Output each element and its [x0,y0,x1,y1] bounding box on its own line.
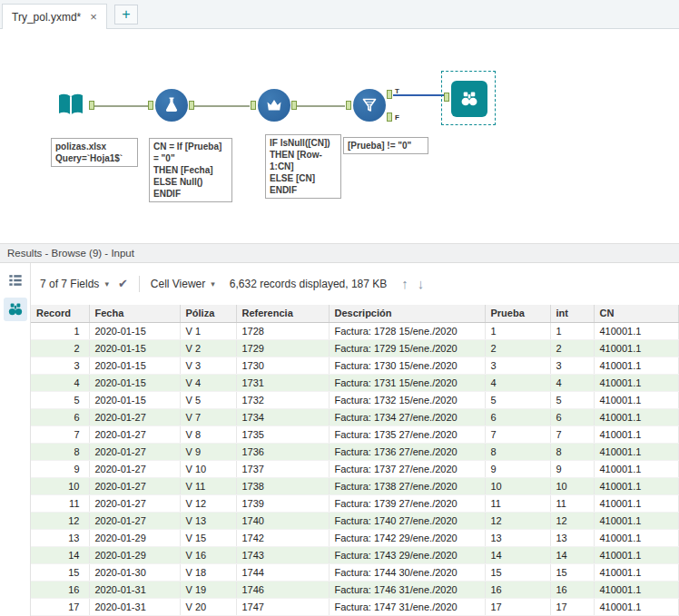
tool-multi-row-formula[interactable] [258,89,290,122]
cell-record[interactable]: 1 [31,323,89,340]
cell-cn[interactable]: 410001.1 [594,426,679,444]
cell-fecha[interactable]: 2020-01-15 [89,375,180,392]
cell-referencia[interactable]: 1736 [236,444,329,461]
cell-cn[interactable]: 410001.1 [594,547,679,564]
wire-filter-browse-selected[interactable] [393,94,444,96]
cell-referencia[interactable]: 1731 [236,375,329,392]
cell-p-liza[interactable]: V 1 [180,323,236,340]
workflow-canvas[interactable]: T F polizas.xlsx Query=`Hoja1$` CN = If … [0,29,679,243]
cell-record[interactable]: 4 [31,375,89,392]
cell-referencia[interactable]: 1739 [236,495,329,513]
cell-prueba[interactable]: 6 [485,409,550,426]
filter-input-anchor[interactable] [346,101,351,110]
wire-input-formula[interactable] [94,105,149,107]
cell-fecha[interactable]: 2020-01-27 [89,409,180,426]
table-row[interactable]: 92020-01-27V 101737Factura: 1737 27/ene.… [31,461,679,478]
cell-cn[interactable]: 410001.1 [594,323,679,340]
cell-referencia[interactable]: 1729 [236,340,329,357]
cell-descripci-n[interactable]: Factura: 1731 15/ene./2020 [329,375,485,392]
cell-referencia[interactable]: 1742 [236,530,329,547]
cell-referencia[interactable]: 1738 [236,478,329,495]
cell-cn[interactable]: 410001.1 [594,375,679,392]
cell-record[interactable]: 5 [31,392,89,409]
table-row[interactable]: 122020-01-27V 131740Factura: 1740 27/ene… [31,513,679,530]
cell-fecha[interactable]: 2020-01-15 [89,340,180,357]
cell-referencia[interactable]: 1737 [236,461,329,478]
new-tab-button[interactable]: + [114,5,138,24]
cell-descripci-n[interactable]: Factura: 1739 27/ene./2020 [329,495,485,513]
cell-descripci-n[interactable]: Factura: 1736 27/ene./2020 [329,444,485,461]
cell-fecha[interactable]: 2020-01-27 [89,461,180,478]
column-header-int[interactable]: int [550,305,594,323]
cell-int[interactable]: 1 [550,323,594,340]
filter-false-output-anchor[interactable] [387,112,392,122]
cell-prueba[interactable]: 16 [485,582,550,599]
cell-int[interactable]: 5 [550,392,594,409]
data-view-button[interactable] [4,298,27,321]
tool-input-data[interactable] [54,89,87,122]
cell-int[interactable]: 6 [550,409,594,426]
cell-int[interactable]: 4 [550,375,594,392]
cell-int[interactable]: 16 [550,582,594,599]
browse-input-anchor[interactable] [444,93,449,102]
cell-prueba[interactable]: 17 [485,599,550,616]
cell-cn[interactable]: 410001.1 [594,478,679,495]
arrow-up-icon[interactable]: ↑ [401,276,408,291]
wire-multirow-filter[interactable] [297,105,345,107]
column-header-cn[interactable]: CN [594,305,679,323]
cell-prueba[interactable]: 8 [485,444,550,461]
cell-fecha[interactable]: 2020-01-29 [89,530,180,547]
tab-try-pol[interactable]: Try_pol.yxmd* × [2,4,107,29]
metadata-view-button[interactable] [4,269,27,292]
table-row[interactable]: 172020-01-31V 201747Factura: 1747 31/ene… [31,599,679,616]
column-header-descripci-n[interactable]: Descripción [329,305,485,323]
table-row[interactable]: 102020-01-27V 111738Factura: 1738 27/ene… [31,478,679,495]
table-row[interactable]: 152020-01-30V 181744Factura: 1744 30/ene… [31,564,679,582]
cell-prueba[interactable]: 11 [485,495,550,513]
cell-descripci-n[interactable]: Factura: 1742 29/ene./2020 [329,530,485,547]
close-icon[interactable]: × [90,10,97,24]
table-row[interactable]: 112020-01-27V 121739Factura: 1739 27/ene… [31,495,679,513]
wire-formula-multirow[interactable] [194,105,250,107]
cell-p-liza[interactable]: V 19 [180,582,236,599]
cell-cn[interactable]: 410001.1 [594,461,679,478]
column-header-referencia[interactable]: Referencia [236,305,329,323]
cell-descripci-n[interactable]: Factura: 1740 27/ene./2020 [329,513,485,530]
cell-record[interactable]: 13 [31,530,89,547]
cell-int[interactable]: 17 [550,599,594,616]
cell-fecha[interactable]: 2020-01-27 [89,426,180,444]
cell-prueba[interactable]: 5 [485,392,550,409]
column-header-p-liza[interactable]: Póliza [180,305,236,323]
cell-int[interactable]: 11 [550,495,594,513]
cell-cn[interactable]: 410001.1 [594,564,679,582]
cell-referencia[interactable]: 1730 [236,357,329,375]
cell-referencia[interactable]: 1735 [236,426,329,444]
cell-prueba[interactable]: 9 [485,461,550,478]
cell-prueba[interactable]: 10 [485,478,550,495]
table-row[interactable]: 32020-01-15V 31730Factura: 1730 15/ene./… [31,357,679,375]
cell-int[interactable]: 9 [550,461,594,478]
cell-record[interactable]: 17 [31,599,89,616]
cell-cn[interactable]: 410001.1 [594,357,679,375]
cell-prueba[interactable]: 2 [485,340,550,357]
cell-record[interactable]: 11 [31,495,89,513]
cell-referencia[interactable]: 1734 [236,409,329,426]
table-row[interactable]: 52020-01-15V 51732Factura: 1732 15/ene./… [31,392,679,409]
cell-p-liza[interactable]: V 16 [180,547,236,564]
cell-prueba[interactable]: 7 [485,426,550,444]
cell-fecha[interactable]: 2020-01-27 [89,478,180,495]
cell-cn[interactable]: 410001.1 [594,599,679,616]
cell-prueba[interactable]: 12 [485,513,550,530]
cell-fecha[interactable]: 2020-01-15 [89,323,180,340]
cell-int[interactable]: 8 [550,444,594,461]
cell-fecha[interactable]: 2020-01-15 [89,392,180,409]
results-grid[interactable]: RecordFechaPólizaReferenciaDescripciónPr… [31,305,679,616]
cell-p-liza[interactable]: V 18 [180,564,236,582]
cell-int[interactable]: 7 [550,426,594,444]
cell-referencia[interactable]: 1744 [236,564,329,582]
cell-fecha[interactable]: 2020-01-27 [89,495,180,513]
cell-p-liza[interactable]: V 15 [180,530,236,547]
cell-record[interactable]: 15 [31,564,89,582]
cell-referencia[interactable]: 1728 [236,323,329,340]
apply-check-icon[interactable]: ✔ [118,277,128,290]
